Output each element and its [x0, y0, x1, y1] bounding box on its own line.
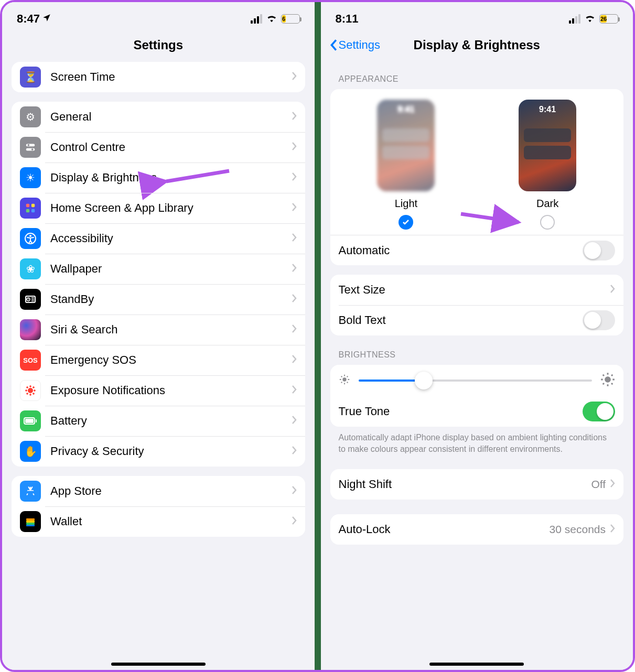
svg-point-30	[342, 377, 346, 381]
chevron-right-icon	[292, 446, 297, 457]
bold-text-toggle[interactable]	[583, 310, 615, 330]
grid-icon	[20, 198, 41, 219]
radio-unchecked-icon[interactable]	[540, 215, 555, 230]
svg-point-18	[27, 387, 28, 388]
brightness-slider-row	[330, 365, 624, 396]
automatic-toggle[interactable]	[583, 241, 615, 261]
sun-large-icon	[600, 372, 615, 389]
home-indicator[interactable]	[429, 663, 524, 666]
group-text: Text Size Bold Text	[330, 275, 624, 335]
brightness-header: BRIGHTNESS	[330, 335, 624, 365]
cell-bold-text: Bold Text	[330, 305, 624, 335]
chevron-right-icon	[292, 415, 297, 427]
back-button[interactable]: Settings	[329, 38, 381, 52]
cell-auto-lock[interactable]: Auto-Lock 30 seconds	[330, 514, 624, 545]
back-label: Settings	[339, 38, 381, 52]
cell-automatic: Automatic	[330, 235, 624, 265]
cell-wallet[interactable]: Wallet	[12, 506, 305, 537]
svg-rect-23	[25, 419, 34, 423]
cellular-signal-icon	[251, 14, 262, 24]
svg-point-14	[30, 386, 31, 387]
pane-divider	[315, 2, 321, 670]
svg-line-44	[603, 375, 604, 376]
cell-display-brightness[interactable]: ☀︎ Display & Brightness	[12, 162, 305, 193]
true-tone-toggle[interactable]	[583, 402, 615, 421]
accessibility-icon	[20, 228, 41, 249]
cell-exposure-notifications[interactable]: Exposure Notifications	[12, 375, 305, 406]
page-title: Settings	[133, 38, 183, 52]
display-brightness-pane: 8:11 26 Settings Display & Brightness AP…	[321, 2, 633, 670]
cell-accessibility[interactable]: Accessibility	[12, 223, 305, 254]
cell-app-store[interactable]: App Store	[12, 476, 305, 506]
svg-point-13	[28, 388, 33, 393]
svg-point-20	[27, 393, 28, 395]
siri-icon	[20, 319, 41, 340]
radio-checked-icon[interactable]	[399, 215, 413, 230]
cell-emergency-sos[interactable]: SOS Emergency SOS	[12, 345, 305, 375]
cell-night-shift[interactable]: Night Shift Off	[330, 469, 624, 500]
svg-point-2	[28, 144, 30, 146]
cellular-signal-icon	[569, 14, 580, 24]
group-auto-lock: Auto-Lock 30 seconds	[330, 514, 624, 545]
cell-privacy-security[interactable]: ✋ Privacy & Security	[12, 436, 305, 467]
cell-control-centre[interactable]: Control Centre	[12, 132, 305, 162]
svg-rect-28	[26, 525, 35, 526]
chevron-right-icon	[292, 233, 297, 244]
gear-icon: ⚙︎	[20, 106, 41, 127]
svg-line-35	[341, 376, 342, 377]
chevron-right-icon	[292, 202, 297, 214]
light-preview: 9:41	[377, 100, 435, 191]
group-general: ⚙︎ General Control Centre ☀︎ Display & B…	[12, 102, 305, 467]
chevron-right-icon	[292, 142, 297, 153]
battery-icon	[20, 410, 41, 431]
svg-point-39	[605, 376, 611, 383]
status-bar: 8:47 6	[2, 2, 315, 30]
chevron-right-icon	[610, 284, 615, 296]
chevron-right-icon	[292, 485, 297, 497]
group-store: App Store Wallet	[12, 476, 305, 537]
svg-point-19	[33, 387, 35, 388]
svg-rect-1	[26, 148, 35, 151]
appstore-icon	[20, 481, 41, 502]
group-night-shift: Night Shift Off	[330, 469, 624, 500]
group-appearance: 9:41 Light 9:41 Dark	[330, 89, 624, 265]
cell-siri-search[interactable]: Siri & Search	[12, 315, 305, 345]
svg-line-29	[461, 214, 519, 222]
cell-home-screen[interactable]: Home Screen & App Library	[12, 193, 305, 223]
home-indicator[interactable]	[111, 663, 206, 666]
cell-battery[interactable]: Battery	[12, 406, 305, 436]
cell-screen-time[interactable]: ⏳ Screen Time	[12, 62, 305, 92]
chevron-right-icon	[292, 516, 297, 527]
wifi-icon	[584, 12, 596, 26]
page-title: Display & Brightness	[414, 38, 540, 52]
nav-bar: Settings	[2, 30, 315, 60]
sun-small-icon	[339, 374, 350, 387]
cell-standby[interactable]: StandBy	[12, 284, 305, 315]
appearance-option-light[interactable]: 9:41 Light	[377, 100, 435, 230]
nav-bar: Settings Display & Brightness	[321, 30, 633, 60]
clock-icon	[20, 289, 41, 310]
status-bar: 8:11 26	[321, 2, 633, 30]
annotation-arrow	[458, 210, 526, 233]
brightness-slider[interactable]	[359, 380, 593, 382]
chevron-right-icon	[610, 479, 615, 490]
svg-point-15	[30, 394, 31, 396]
cell-text-size[interactable]: Text Size	[330, 275, 624, 305]
svg-line-47	[611, 375, 612, 376]
chevron-right-icon	[292, 263, 297, 275]
battery-icon: 6	[281, 14, 300, 24]
flower-icon: ❀	[20, 258, 41, 279]
group-screentime: ⏳ Screen Time	[12, 62, 305, 92]
battery-icon: 26	[599, 14, 618, 24]
chevron-right-icon	[292, 71, 297, 83]
appearance-option-dark[interactable]: 9:41 Dark	[519, 100, 576, 230]
status-time: 8:47	[17, 12, 40, 26]
exposure-icon	[20, 380, 41, 401]
wifi-icon	[266, 12, 277, 26]
settings-pane: 8:47 6 Settings ⏳ Screen Time	[2, 2, 315, 670]
cell-wallpaper[interactable]: ❀ Wallpaper	[12, 254, 305, 284]
svg-point-16	[26, 390, 27, 392]
cell-general[interactable]: ⚙︎ General	[12, 102, 305, 132]
appearance-header: APPEARANCE	[330, 60, 624, 89]
chevron-right-icon	[292, 172, 297, 183]
